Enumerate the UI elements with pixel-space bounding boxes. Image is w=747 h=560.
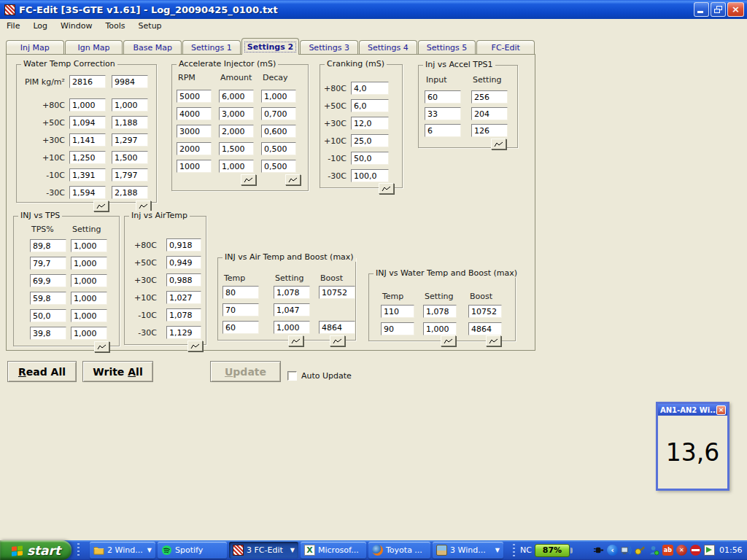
rpm-field[interactable] bbox=[177, 125, 212, 138]
graph-button[interactable] bbox=[187, 341, 203, 351]
water-corr-field[interactable] bbox=[69, 116, 106, 129]
cranking-field[interactable] bbox=[351, 152, 389, 165]
blocked-device-icon[interactable] bbox=[690, 545, 701, 556]
graph-button[interactable] bbox=[94, 341, 109, 352]
decay-field[interactable] bbox=[261, 107, 296, 120]
tps1-setting-field[interactable] bbox=[471, 90, 508, 104]
decay-field[interactable] bbox=[261, 142, 296, 155]
taskbar-button-excel[interactable]: X Microsof... bbox=[301, 542, 366, 559]
quick-launch-separator[interactable] bbox=[77, 543, 80, 557]
cranking-field[interactable] bbox=[351, 117, 389, 130]
setting-field[interactable] bbox=[274, 286, 310, 299]
water-corr-field[interactable] bbox=[112, 168, 148, 182]
airtemp-field[interactable] bbox=[166, 273, 201, 287]
tps-pct-field[interactable] bbox=[30, 309, 66, 322]
tps-setting-field[interactable] bbox=[71, 292, 107, 305]
temp-field[interactable] bbox=[222, 286, 259, 299]
airtemp-field[interactable] bbox=[166, 291, 201, 304]
cranking-field[interactable] bbox=[351, 134, 389, 147]
tab-settings-1[interactable]: Settings 1 bbox=[182, 40, 241, 54]
amount-field[interactable] bbox=[219, 90, 254, 103]
gauge-window-title-bar[interactable]: AN1-AN2 Wi... × bbox=[658, 404, 727, 416]
tab-settings-3[interactable]: Settings 3 bbox=[300, 40, 358, 54]
gauge-close-button[interactable]: × bbox=[716, 405, 726, 415]
amount-field[interactable] bbox=[219, 125, 254, 138]
boost-field[interactable] bbox=[319, 321, 355, 334]
airtemp-field[interactable] bbox=[166, 256, 201, 269]
read-all-button[interactable]: Read All bbox=[7, 361, 77, 382]
water-corr-field[interactable] bbox=[69, 133, 106, 147]
task-flag-icon[interactable] bbox=[704, 545, 715, 556]
tab-settings-5[interactable]: Settings 5 bbox=[418, 40, 476, 54]
taskbar-button-firefox[interactable]: Toyota ... bbox=[368, 542, 430, 559]
water-corr-field[interactable] bbox=[112, 186, 148, 199]
cranking-field[interactable] bbox=[351, 82, 389, 95]
tps1-input-field[interactable] bbox=[425, 107, 461, 120]
cranking-field[interactable] bbox=[351, 169, 389, 182]
amount-field[interactable] bbox=[219, 142, 254, 155]
graph-button[interactable] bbox=[486, 335, 501, 346]
tab-fc-edit[interactable]: FC-Edit bbox=[476, 40, 535, 54]
tps-pct-field[interactable] bbox=[30, 257, 66, 270]
temp-field[interactable] bbox=[222, 303, 259, 316]
decay-field[interactable] bbox=[261, 90, 296, 103]
setting-field[interactable] bbox=[423, 322, 457, 335]
decay-field[interactable] bbox=[261, 160, 296, 173]
water-corr-field[interactable] bbox=[69, 186, 106, 199]
tray-nc-label[interactable]: NC bbox=[520, 545, 532, 555]
airtemp-field[interactable] bbox=[166, 326, 201, 339]
boost-field[interactable] bbox=[468, 305, 502, 318]
water-corr-field[interactable] bbox=[112, 98, 148, 112]
boost-field[interactable] bbox=[319, 286, 355, 299]
tps-pct-field[interactable] bbox=[30, 274, 66, 287]
graph-button[interactable] bbox=[285, 174, 301, 185]
write-all-button[interactable]: Write All bbox=[82, 361, 153, 382]
auto-update-checkbox[interactable] bbox=[287, 371, 297, 381]
cranking-field[interactable] bbox=[351, 99, 389, 112]
water-corr-field[interactable] bbox=[69, 98, 106, 112]
rpm-field[interactable] bbox=[177, 142, 212, 155]
minimize-button[interactable] bbox=[694, 2, 709, 17]
graph-button[interactable] bbox=[241, 174, 256, 185]
tab-base-map[interactable]: Base Map bbox=[123, 40, 182, 54]
graph-button[interactable] bbox=[330, 335, 345, 346]
tps-pct-field[interactable] bbox=[30, 239, 66, 252]
setting-field[interactable] bbox=[274, 321, 310, 334]
amount-field[interactable] bbox=[219, 160, 254, 173]
temp-field[interactable] bbox=[381, 322, 414, 335]
graph-button[interactable] bbox=[379, 183, 394, 194]
tps-setting-field[interactable] bbox=[71, 257, 107, 270]
rpm-field[interactable] bbox=[177, 90, 212, 103]
update-button[interactable]: Update bbox=[210, 361, 281, 382]
volume-muted-icon[interactable]: ✕ bbox=[676, 545, 687, 556]
restore-button[interactable] bbox=[711, 2, 726, 17]
tps-pct-field[interactable] bbox=[30, 292, 66, 305]
translator-icon[interactable]: ab bbox=[662, 545, 673, 556]
tab-settings-4[interactable]: Settings 4 bbox=[359, 40, 417, 54]
tab-settings-2[interactable]: Settings 2 bbox=[241, 38, 300, 55]
battery-indicator[interactable]: 87% bbox=[535, 544, 570, 557]
graph-button[interactable] bbox=[136, 201, 151, 211]
taskbar-button-fc-edit[interactable]: 3 FC-Edit ▼ bbox=[229, 542, 298, 559]
graph-button[interactable] bbox=[441, 335, 456, 346]
rpm-field[interactable] bbox=[177, 107, 212, 120]
taskbar-button-spotify[interactable]: Spotify bbox=[158, 542, 227, 559]
menu-file[interactable]: File bbox=[0, 20, 26, 32]
graph-button[interactable] bbox=[288, 335, 303, 346]
menu-log[interactable]: Log bbox=[26, 20, 54, 32]
water-corr-field[interactable] bbox=[112, 133, 148, 147]
airtemp-field[interactable] bbox=[166, 308, 201, 322]
graph-button[interactable] bbox=[93, 201, 109, 211]
water-corr-field[interactable] bbox=[69, 151, 106, 164]
graph-button[interactable] bbox=[491, 139, 506, 149]
tps1-setting-field[interactable] bbox=[471, 107, 508, 120]
wireless-network-icon[interactable] bbox=[621, 545, 632, 556]
water-corr-field[interactable] bbox=[112, 151, 148, 164]
tps-setting-field[interactable] bbox=[71, 327, 107, 340]
tab-ign-map[interactable]: Ign Map bbox=[65, 40, 123, 54]
user-status-icon[interactable] bbox=[649, 545, 659, 556]
taskbar-button-windows-group-2[interactable]: 3 Wind... ▼ bbox=[433, 542, 503, 559]
tps-setting-field[interactable] bbox=[71, 309, 107, 322]
water-corr-field[interactable] bbox=[69, 168, 106, 182]
tps-setting-field[interactable] bbox=[71, 239, 107, 252]
